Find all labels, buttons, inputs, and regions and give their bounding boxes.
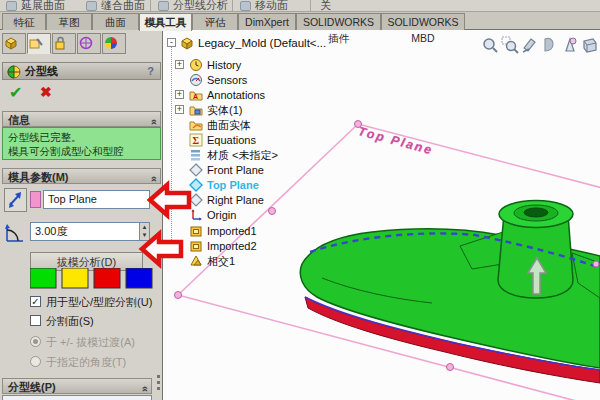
display-style-icon[interactable] <box>581 36 600 54</box>
tree-label[interactable]: Right Plane <box>207 193 264 207</box>
model-gusset-right[interactable] <box>572 253 600 298</box>
move-face-button[interactable]: 移动面 <box>255 0 288 12</box>
tree-label[interactable]: Top Plane <box>207 178 259 192</box>
draft-color-legend <box>30 268 154 289</box>
move-face-icon <box>240 1 251 11</box>
dimxpertmanager-tab[interactable] <box>77 33 101 54</box>
section-label: 信息 <box>8 114 30 126</box>
info-section-header[interactable]: 信息 » <box>2 111 161 127</box>
tree-label[interactable]: Equations <box>207 133 256 147</box>
mold-parameters-section-header[interactable]: 模具参数(M) » <box>2 168 161 184</box>
tab-evaluate[interactable]: 评估 <box>192 13 238 30</box>
svg-text:Σ: Σ <box>193 135 200 146</box>
tree-label[interactable]: History <box>207 58 241 72</box>
help-icon[interactable]: ? <box>147 63 154 80</box>
extend-surface-button[interactable]: 延展曲面 <box>21 0 65 12</box>
specified-angle-radio[interactable] <box>30 356 41 367</box>
tree-label[interactable]: 曲面实体 <box>207 118 251 132</box>
equations-icon: Σ <box>189 133 203 147</box>
straddle-faces-swatch[interactable] <box>126 268 152 288</box>
expand-box-icon[interactable]: + <box>175 60 184 69</box>
tab-solidworks-addins[interactable]: SOLIDWORKS 插件 <box>296 13 381 30</box>
negative-draft-swatch[interactable] <box>94 268 120 288</box>
tree-label[interactable]: 相交1 <box>207 254 235 268</box>
draft-direction-field[interactable]: Top Plane <box>43 190 150 209</box>
parting-line-analysis-button[interactable]: 分型线分析 <box>173 0 228 12</box>
tab-features[interactable]: 特征 <box>2 13 46 30</box>
split-faces-checkbox[interactable] <box>30 315 41 326</box>
zoom-fit-icon[interactable] <box>481 36 500 54</box>
info-line: 分型线已完整。 <box>8 130 160 144</box>
cancel-button[interactable]: ✖ <box>40 84 52 100</box>
displaymanager-tab[interactable] <box>102 33 126 54</box>
section-view-icon[interactable] <box>521 36 540 54</box>
parting-lines-listbox[interactable] <box>2 395 152 400</box>
expand-box-icon[interactable]: + <box>175 105 184 114</box>
annotations-icon: A <box>189 88 203 102</box>
propertymanager-tab[interactable] <box>27 33 51 54</box>
sensors-icon <box>189 73 203 87</box>
tree-label[interactable]: Origin <box>207 208 236 222</box>
tree-label[interactable]: Front Plane <box>207 163 264 177</box>
model-step-edge <box>322 278 432 303</box>
solidworks-window: { "toolbar": { "items": [ { "label": "延展… <box>0 0 600 400</box>
zoom-to-area-icon[interactable] <box>501 36 520 54</box>
view-settings-icon[interactable] <box>541 36 560 54</box>
model-boss-top[interactable] <box>499 201 573 228</box>
model-gusset-left[interactable] <box>460 231 509 269</box>
split-faces-label[interactable]: 分割面(S) <box>46 314 94 329</box>
parting-lines-section-header[interactable]: 分型线(P) » <box>2 378 152 394</box>
draft-angle-field[interactable]: 3.00度 <box>30 222 150 241</box>
solid-bodies-folder-icon <box>189 103 203 117</box>
section-label: 模具参数(M) <box>8 171 69 183</box>
svg-text:A: A <box>193 93 198 100</box>
configurationmanager-tab[interactable] <box>52 33 76 54</box>
requires-draft-swatch[interactable] <box>62 268 88 288</box>
history-icon <box>189 58 203 72</box>
model-straddle-line <box>305 297 600 370</box>
positive-draft-swatch[interactable] <box>30 268 56 288</box>
collapse-chevron-icon[interactable]: » <box>136 386 152 392</box>
panel-scroll-grip[interactable] <box>154 372 162 400</box>
tree-label[interactable]: 材质 <未指定> <box>207 148 278 162</box>
tree-label[interactable]: 实体(1) <box>207 103 242 117</box>
surface-bodies-folder-icon <box>189 118 203 132</box>
collapse-box-icon[interactable]: - <box>167 38 176 47</box>
model-boss-hole <box>524 208 548 217</box>
tree-root-label[interactable]: Legacy_Mold (Default<... <box>198 36 326 50</box>
draft-transition-label[interactable]: 于 +/- 拔模过渡(A) <box>46 335 135 350</box>
tree-label[interactable]: Sensors <box>207 73 247 87</box>
ok-button[interactable]: ✔ <box>9 83 22 102</box>
extend-surface-icon <box>6 1 17 11</box>
toolbar-item-truncated[interactable]: 关 <box>320 0 331 12</box>
core-cavity-split-checkbox[interactable]: ✓ <box>30 296 41 307</box>
spinner-up-icon[interactable]: ▲ <box>140 223 149 231</box>
direction-button[interactable] <box>4 188 27 212</box>
specified-angle-label[interactable]: 于指定的角度(T) <box>46 355 126 370</box>
knit-surface-button[interactable]: 缝合曲面 <box>101 0 145 12</box>
info-message-box: 分型线已完整。 模具可分割成型心和型腔 <box>2 127 161 160</box>
model-boss[interactable] <box>498 214 573 298</box>
tree-label[interactable]: Annotations <box>207 88 265 102</box>
tab-dimxpert[interactable]: DimXpert <box>238 13 296 30</box>
collapse-chevron-icon[interactable]: » <box>145 176 161 182</box>
tree-label[interactable]: Imported2 <box>207 239 257 253</box>
model-no-draft-band[interactable] <box>305 297 600 383</box>
tab-surfaces[interactable]: 曲面 <box>92 13 139 30</box>
tree-label[interactable]: Imported1 <box>207 224 257 238</box>
plane-icon <box>189 193 203 207</box>
tab-mold-tools[interactable]: 模具工具 <box>139 13 192 31</box>
draft-direction-arrow[interactable] <box>528 258 546 294</box>
expand-box-icon[interactable]: + <box>175 90 184 99</box>
view-orientation-icon[interactable] <box>561 36 580 54</box>
featuremanager-tab[interactable] <box>2 33 26 54</box>
page-title: 分型线 <box>25 65 58 77</box>
spinner-down-icon[interactable]: ▼ <box>140 231 149 239</box>
core-cavity-split-label[interactable]: 用于型心/型腔分割(U) <box>46 295 152 310</box>
info-line: 模具可分割成型心和型腔 <box>8 144 160 158</box>
tab-solidworks-mbd[interactable]: SOLIDWORKS MBD <box>381 13 465 30</box>
draft-transition-radio[interactable] <box>30 336 41 347</box>
tab-sketch[interactable]: 草图 <box>46 13 92 30</box>
angle-spinner[interactable]: ▲ ▼ <box>139 223 149 240</box>
collapse-chevron-icon[interactable]: » <box>145 119 161 125</box>
